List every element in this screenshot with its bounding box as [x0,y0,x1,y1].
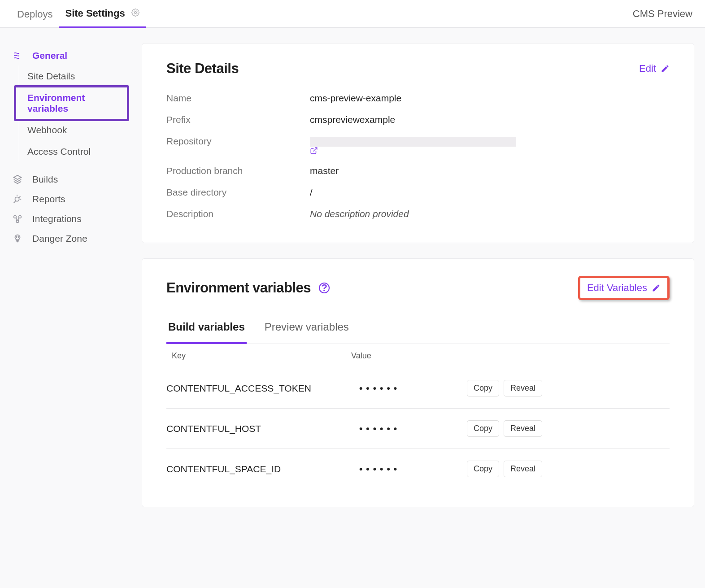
sidebar-item-env-vars[interactable]: Environment variables [19,87,126,119]
value: master [310,166,339,176]
top-tabs: Deploys Site Settings CMS Preview [0,0,705,28]
edit-site-details-button[interactable]: Edit [639,63,670,74]
cms-preview-label[interactable]: CMS Preview [633,8,694,20]
label: Description [166,209,310,219]
svg-point-4 [16,220,19,223]
danger-icon [13,234,25,244]
tab-build-variables[interactable]: Build variables [166,314,247,344]
svg-line-8 [313,148,317,152]
edit-variables-label: Edit Variables [587,282,647,294]
external-link-icon[interactable] [310,147,522,155]
reveal-button[interactable]: Reveal [504,380,542,396]
sidebar: General Site Details Environment variabl… [9,43,126,523]
pencil-icon [661,64,670,73]
edit-variables-button[interactable]: Edit Variables [578,276,670,300]
col-key: Key [172,351,351,361]
edit-label: Edit [639,63,656,74]
sidebar-item-reports[interactable]: Reports [9,189,126,209]
value: cmspreviewexample [310,114,395,125]
sidebar-item-site-details[interactable]: Site Details [19,65,126,87]
pencil-icon [652,283,661,292]
builds-icon [13,174,25,184]
tab-deploys[interactable]: Deploys [11,0,59,27]
repo-redacted [310,137,516,147]
label: Repository [166,136,310,155]
tab-preview-variables[interactable]: Preview variables [263,314,351,344]
value: / [310,187,313,198]
row-branch: Production branch master [166,160,670,182]
env-tabs: Build variables Preview variables [166,314,670,344]
row-prefix: Prefix cmspreviewexample [166,109,670,131]
tab-site-settings-label: Site Settings [65,8,125,19]
value [310,136,522,155]
row-base-dir: Base directory / [166,182,670,203]
env-vars-card: Environment variables ? Edit Variables B… [142,258,694,507]
sidebar-item-label: Builds [32,174,58,185]
row-description: Description No description provided [166,203,670,225]
sidebar-item-label: Integrations [32,213,82,224]
sidebar-item-builds[interactable]: Builds [9,170,126,189]
site-details-card: Site Details Edit Name cms-preview-examp… [142,43,694,243]
tab-site-settings[interactable]: Site Settings [59,0,145,28]
general-icon [13,51,25,61]
svg-point-0 [135,11,137,13]
var-row: CONTENTFUL_ACCESS_TOKEN •••••• Copy Reve… [166,368,670,409]
gear-icon[interactable] [131,9,139,17]
vars-table-head: Key Value [166,344,670,368]
integrations-icon [13,214,25,224]
svg-point-6 [16,236,17,237]
label: Prefix [166,114,310,125]
sidebar-item-label: Reports [32,194,65,205]
sidebar-item-webhook[interactable]: Webhook [19,119,126,141]
label: Production branch [166,166,310,176]
col-value: Value [351,351,371,361]
svg-point-7 [18,236,19,237]
var-row: CONTENTFUL_HOST •••••• Copy Reveal [166,409,670,449]
reports-icon [13,194,25,204]
var-key: CONTENTFUL_HOST [166,423,359,434]
label: Name [166,93,310,104]
site-details-title: Site Details [166,61,239,77]
value: No description provided [310,209,409,219]
var-value-masked: •••••• [359,423,467,434]
reveal-button[interactable]: Reveal [504,461,542,477]
sidebar-item-access-control[interactable]: Access Control [19,141,126,162]
value: cms-preview-example [310,93,401,104]
copy-button[interactable]: Copy [467,380,499,396]
sidebar-item-general[interactable]: General [9,46,126,65]
copy-button[interactable]: Copy [467,420,499,437]
var-value-masked: •••••• [359,464,467,475]
row-repository: Repository [166,131,670,160]
sidebar-item-label: General [32,50,67,61]
row-name: Name cms-preview-example [166,87,670,109]
var-value-masked: •••••• [359,383,467,394]
sidebar-item-danger-zone[interactable]: Danger Zone [9,229,126,248]
help-icon[interactable]: ? [319,283,330,293]
var-key: CONTENTFUL_SPACE_ID [166,464,359,475]
copy-button[interactable]: Copy [467,461,499,477]
reveal-button[interactable]: Reveal [504,420,542,437]
label: Base directory [166,187,310,198]
env-vars-title: Environment variables ? [166,280,330,296]
sidebar-item-label: Danger Zone [32,233,87,244]
var-key: CONTENTFUL_ACCESS_TOKEN [166,383,359,394]
var-row: CONTENTFUL_SPACE_ID •••••• Copy Reveal [166,449,670,489]
sidebar-item-integrations[interactable]: Integrations [9,209,126,229]
